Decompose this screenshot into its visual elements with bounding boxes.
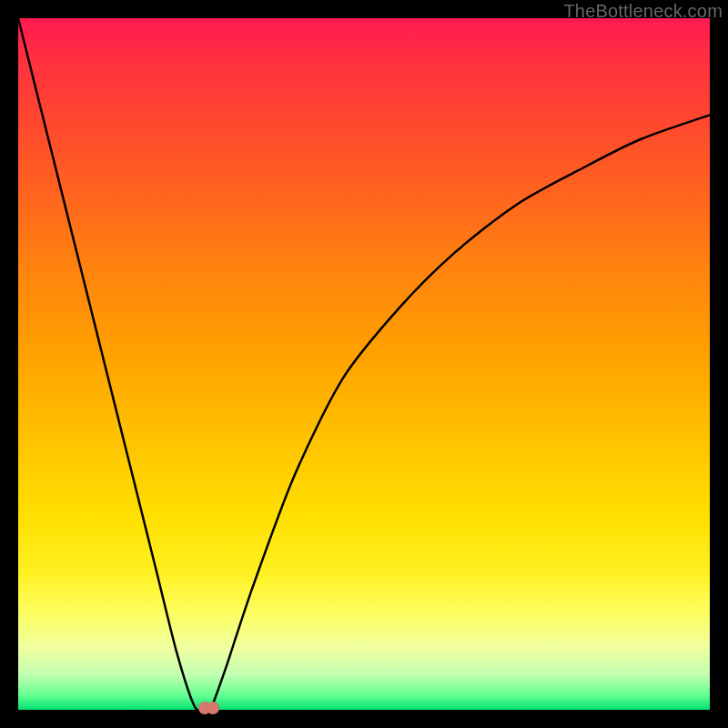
- bottleneck-curve: [18, 18, 710, 710]
- curve-svg: [18, 18, 710, 710]
- plot-area: [18, 18, 710, 710]
- pink-dot-b: [207, 702, 219, 714]
- chart-container: TheBottleneck.com: [0, 0, 728, 728]
